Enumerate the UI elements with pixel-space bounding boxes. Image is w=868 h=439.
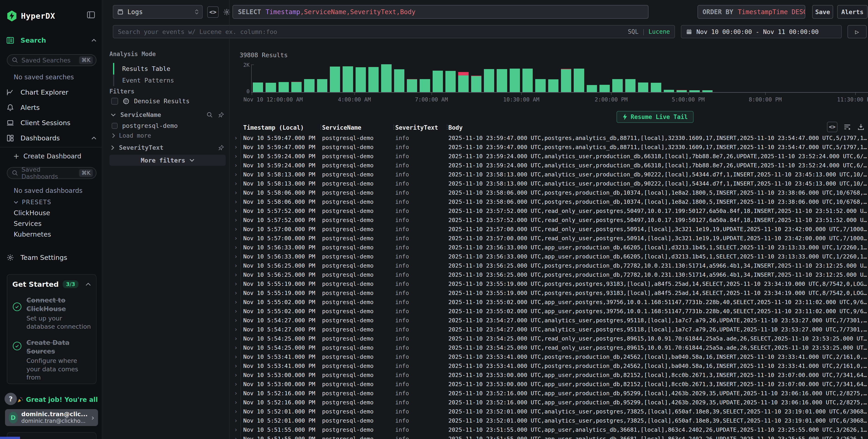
language-lucene[interactable]: Lucene <box>649 28 670 35</box>
help-button[interactable]: ? <box>5 393 17 405</box>
row-expand-chevron[interactable]: › <box>234 363 243 369</box>
histogram-bar[interactable] <box>330 67 340 92</box>
preset-kubernetes[interactable]: Kubernetes <box>14 230 51 238</box>
preset-services[interactable]: Services <box>14 220 41 227</box>
row-expand-chevron[interactable]: › <box>234 344 243 351</box>
table-row[interactable]: ›Nov 10 5:59:24.000 PMpostgresql-demoinf… <box>229 152 868 161</box>
column-drag-handle[interactable]: ⋮ <box>318 124 323 130</box>
save-button[interactable]: Save <box>812 5 833 19</box>
mode-event-patterns[interactable]: Event Patterns <box>113 74 174 86</box>
row-expand-chevron[interactable]: › <box>234 162 243 169</box>
row-expand-chevron[interactable]: › <box>234 262 243 269</box>
histogram-bar[interactable] <box>497 69 507 92</box>
table-row[interactable]: ›Nov 10 5:55:02.000 PMpostgresql-demoinf… <box>229 297 868 307</box>
load-more-button[interactable]: Load more <box>112 132 151 139</box>
table-row[interactable]: ›Nov 10 5:53:41.000 PMpostgresql-demoinf… <box>229 361 868 370</box>
row-expand-chevron[interactable]: › <box>234 417 243 424</box>
select-columns-input[interactable]: SELECT Timestamp,ServiceName,SeverityTex… <box>232 5 649 19</box>
row-expand-chevron[interactable]: › <box>234 335 243 342</box>
row-expand-chevron[interactable]: › <box>234 180 243 187</box>
source-select[interactable]: Logs <box>113 5 203 19</box>
table-row[interactable]: ›Nov 10 5:55:19.000 PMpostgresql-demoinf… <box>229 288 868 297</box>
row-expand-chevron[interactable]: › <box>234 171 243 178</box>
histogram-bar[interactable] <box>702 90 713 92</box>
histogram-bar[interactable] <box>522 69 533 92</box>
row-expand-chevron[interactable]: › <box>234 153 243 160</box>
table-row[interactable]: ›Nov 10 5:59:47.000 PMpostgresql-demoinf… <box>229 133 868 143</box>
row-expand-chevron[interactable]: › <box>234 271 243 278</box>
table-row[interactable]: ›Nov 10 5:52:01.000 PMpostgresql-demoinf… <box>229 416 868 425</box>
row-expand-chevron[interactable]: › <box>234 280 243 287</box>
histogram-bar[interactable] <box>664 90 674 92</box>
create-dashboard-button[interactable]: + Create Dashboard <box>13 152 103 160</box>
histogram-bar[interactable] <box>445 71 456 92</box>
col-body[interactable]: Body <box>448 124 868 131</box>
table-row[interactable]: ›Nov 10 5:54:25.000 PMpostgresql-demoinf… <box>229 334 868 343</box>
histogram-bar[interactable] <box>651 83 661 92</box>
search-icon[interactable] <box>207 112 213 118</box>
sidebar-item-team-settings[interactable]: Team Settings <box>6 254 96 261</box>
row-expand-chevron[interactable]: › <box>234 435 243 439</box>
wrap-lines-icon[interactable] <box>843 123 851 131</box>
table-row[interactable]: ›Nov 10 5:53:00.000 PMpostgresql-demoinf… <box>229 379 868 388</box>
sidebar-item-search[interactable]: Search <box>6 36 96 44</box>
pin-icon[interactable] <box>218 112 224 118</box>
histogram-bar[interactable] <box>587 85 597 92</box>
row-expand-chevron[interactable]: › <box>234 317 243 324</box>
postgresql-demo-checkbox[interactable] <box>112 123 118 129</box>
run-query-button[interactable]: ▷ <box>847 25 867 38</box>
sidebar-item-alerts[interactable]: Alerts <box>6 104 96 112</box>
histogram-bar[interactable] <box>407 79 417 92</box>
row-expand-chevron[interactable]: › <box>234 198 243 205</box>
histogram-bar[interactable] <box>484 69 494 92</box>
row-expand-chevron[interactable]: › <box>234 235 243 242</box>
view-source-button[interactable]: <> <box>827 122 837 132</box>
filter-value-row[interactable]: postgresql-demo <box>112 122 178 129</box>
get-started-item[interactable]: Connect to ClickHouse Set up your databa… <box>12 296 91 331</box>
sql-editor-toggle-button[interactable]: <> <box>207 6 219 18</box>
table-row[interactable]: ›Nov 10 5:53:41.000 PMpostgresql-demoinf… <box>229 352 868 361</box>
more-filters-button[interactable]: More filters <box>110 155 226 166</box>
table-row[interactable]: ›Nov 10 5:56:25.000 PMpostgresql-demoinf… <box>229 261 868 270</box>
table-row[interactable]: ›Nov 10 5:55:02.000 PMpostgresql-demoinf… <box>229 307 868 316</box>
denoise-filter-row[interactable]: Denoise Results <box>111 98 190 105</box>
histogram-bar[interactable] <box>561 69 571 92</box>
histogram-bar[interactable] <box>420 79 430 92</box>
table-row[interactable]: ›Nov 10 5:58:13.000 PMpostgresql-demoinf… <box>229 170 868 179</box>
row-expand-chevron[interactable]: › <box>234 189 243 196</box>
row-expand-chevron[interactable]: › <box>234 381 243 387</box>
saved-searches-input[interactable]: Saved Searches ⌘K <box>7 54 96 66</box>
table-row[interactable]: ›Nov 10 5:54:27.000 PMpostgresql-demoinf… <box>229 316 868 325</box>
table-row[interactable]: ›Nov 10 5:57:52.000 PMpostgresql-demoinf… <box>229 215 868 224</box>
histogram-bar[interactable] <box>253 83 263 92</box>
filter-group-servicename[interactable]: ServiceName <box>111 111 224 118</box>
histogram-bar[interactable] <box>535 79 546 92</box>
histogram-bar[interactable] <box>317 79 327 92</box>
row-expand-chevron[interactable]: › <box>234 134 243 141</box>
histogram-bar[interactable] <box>471 76 482 92</box>
download-icon[interactable] <box>857 123 865 131</box>
gear-icon[interactable] <box>222 6 232 18</box>
row-expand-chevron[interactable]: › <box>234 253 243 260</box>
row-expand-chevron[interactable]: › <box>234 408 243 415</box>
table-row[interactable]: ›Nov 10 5:58:06.000 PMpostgresql-demoinf… <box>229 188 868 197</box>
row-expand-chevron[interactable]: › <box>234 244 243 251</box>
histogram-bar[interactable] <box>612 79 622 92</box>
histogram-bar[interactable] <box>638 83 648 92</box>
sidebar-item-client-sessions[interactable]: Client Sessions <box>6 119 96 127</box>
row-expand-chevron[interactable]: › <box>234 399 243 406</box>
histogram-bar[interactable] <box>343 66 353 92</box>
table-row[interactable]: ›Nov 10 5:52:01.000 PMpostgresql-demoinf… <box>229 407 868 416</box>
table-row[interactable]: ›Nov 10 5:59:47.000 PMpostgresql-demoinf… <box>229 143 868 152</box>
histogram-bar[interactable] <box>548 79 558 92</box>
table-row[interactable]: ›Nov 10 5:51:55.000 PMpostgresql-demoinf… <box>229 434 868 439</box>
histogram-bar[interactable] <box>625 79 636 92</box>
sidebar-item-dashboards[interactable]: Dashboards <box>6 134 96 142</box>
table-row[interactable]: ›Nov 10 5:57:00.000 PMpostgresql-demoinf… <box>229 224 868 233</box>
table-row[interactable]: ›Nov 10 5:57:52.000 PMpostgresql-demoinf… <box>229 206 868 215</box>
presets-section-toggle[interactable]: PRESETS <box>14 199 52 206</box>
histogram-bar[interactable] <box>279 82 289 92</box>
col-severitytext[interactable]: SeverityText <box>395 124 448 131</box>
histogram-bar[interactable] <box>689 90 700 92</box>
histogram-bar[interactable] <box>304 79 314 92</box>
